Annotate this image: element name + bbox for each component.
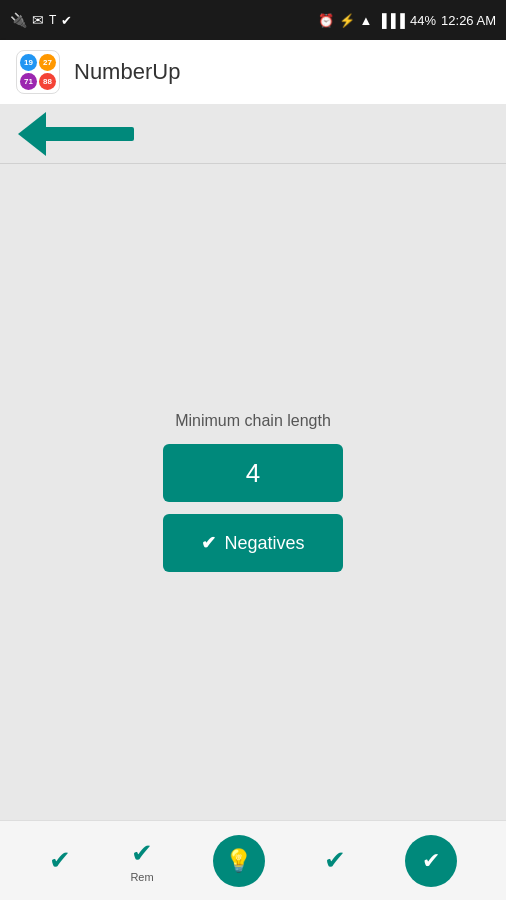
app-title: NumberUp — [74, 59, 180, 85]
check-mark-2: ✔ — [131, 838, 153, 869]
battery-percent: 44% — [410, 13, 436, 28]
ball-1: 19 — [20, 54, 37, 71]
app-icon: 19 27 71 88 — [16, 50, 60, 94]
settings-label: Minimum chain length — [175, 412, 331, 430]
bottom-check-1[interactable]: ✔ — [49, 845, 71, 876]
ball-2: 27 — [39, 54, 56, 71]
ok-icon: ✔ — [422, 848, 440, 874]
ball-4: 88 — [39, 73, 56, 90]
check-mark-1: ✔ — [49, 845, 71, 876]
rem-label: Rem — [130, 871, 153, 883]
negatives-check-icon: ✔ — [201, 532, 216, 554]
carrier-icon: T — [49, 13, 56, 27]
check-mark-3: ✔ — [324, 845, 346, 876]
alarm-icon: ⏰ — [318, 13, 334, 28]
bulb-button[interactable]: 💡 — [213, 835, 265, 887]
arrow-head — [18, 112, 46, 156]
chain-length-button[interactable]: 4 — [163, 444, 343, 502]
arrow-body — [44, 127, 134, 141]
wifi-icon: ▲ — [360, 13, 373, 28]
title-bar: 19 27 71 88 NumberUp — [0, 40, 506, 104]
back-button[interactable] — [18, 112, 134, 156]
status-right-icons: ⏰ ⚡ ▲ ▐▐▐ 44% 12:26 AM — [318, 13, 496, 28]
usb-icon: 🔌 — [10, 12, 27, 28]
bottom-check-2[interactable]: ✔ Rem — [130, 838, 153, 883]
lightning-icon: ⚡ — [339, 13, 355, 28]
mail-icon: ✉ — [32, 12, 44, 28]
status-bar: 🔌 ✉ T ✔ ⏰ ⚡ ▲ ▐▐▐ 44% 12:26 AM — [0, 0, 506, 40]
signal-icon: ▐▐▐ — [377, 13, 405, 28]
ball-3: 71 — [20, 73, 37, 90]
status-left-icons: 🔌 ✉ T ✔ — [10, 12, 72, 28]
status-time: 12:26 AM — [441, 13, 496, 28]
negatives-button[interactable]: ✔ Negatives — [163, 514, 343, 572]
bottom-bar: ✔ ✔ Rem 💡 ✔ ✔ — [0, 820, 506, 900]
bottom-check-3[interactable]: ✔ — [324, 845, 346, 876]
ok-button[interactable]: ✔ — [405, 835, 457, 887]
bulb-icon: 💡 — [225, 848, 252, 874]
nav-bar[interactable] — [0, 104, 506, 164]
main-content: Minimum chain length 4 ✔ Negatives — [0, 164, 506, 820]
negatives-label: Negatives — [224, 533, 304, 554]
check-icon: ✔ — [61, 13, 72, 28]
chain-length-value: 4 — [246, 458, 260, 489]
